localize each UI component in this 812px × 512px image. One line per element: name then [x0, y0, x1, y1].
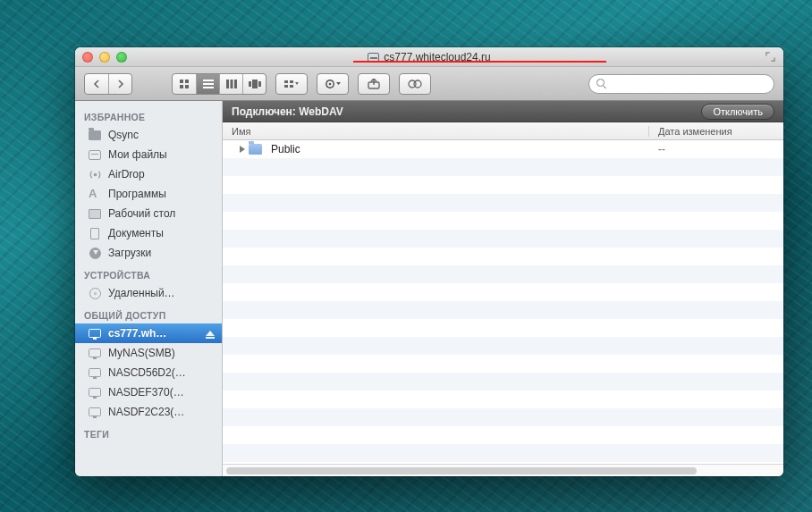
sidebar-item-label: Рабочий стол: [108, 207, 175, 220]
search-icon: [596, 79, 605, 88]
svg-rect-12: [258, 81, 261, 87]
tags-menu[interactable]: [399, 73, 431, 95]
view-icons[interactable]: [173, 74, 196, 94]
svg-point-22: [93, 172, 97, 176]
svg-rect-16: [290, 85, 293, 88]
sidebar-item-label: MyNAS(SMB): [108, 347, 175, 359]
sidebar-item-label: Загрузки: [108, 247, 151, 259]
sidebar-item[interactable]: Удаленный…: [75, 283, 222, 303]
svg-rect-11: [252, 80, 258, 88]
annotation-underline: [353, 61, 606, 63]
sidebar-item[interactable]: NASDEF370(…: [75, 382, 222, 402]
sidebar-item[interactable]: Рабочий стол: [75, 204, 222, 223]
file-name: Public: [267, 143, 649, 155]
sidebar-item-label: NASDF2C23(…: [108, 406, 184, 418]
file-list[interactable]: Public--: [223, 140, 783, 464]
window-body: ИЗБРАННОЕQsyncМои файлыAirDropAПрограммы…: [75, 101, 783, 476]
action-menu[interactable]: [317, 73, 349, 95]
content-area: Подключен: WebDAV Отключить Имя Дата изм…: [223, 101, 783, 476]
svg-rect-8: [230, 80, 233, 88]
sidebar-item[interactable]: AПрограммы: [75, 184, 222, 204]
view-list[interactable]: [196, 74, 219, 94]
monitor-icon: [88, 406, 102, 418]
svg-rect-0: [180, 80, 183, 83]
sidebar-item-label: Удаленный…: [108, 287, 175, 299]
minimize-button[interactable]: [99, 52, 110, 63]
traffic-lights: [82, 52, 127, 63]
sidebar-group-header: ТЕГИ: [75, 422, 222, 442]
sidebar-item[interactable]: NASDF2C23(…: [75, 402, 222, 422]
downloads-icon: [88, 247, 102, 259]
share-menu[interactable]: [358, 73, 390, 95]
nav-buttons: [84, 73, 132, 95]
column-headers: Имя Дата изменения: [223, 122, 783, 140]
zoom-button[interactable]: [116, 52, 127, 63]
sidebar-item[interactable]: Мои файлы: [75, 145, 222, 164]
folder-icon: [249, 144, 262, 155]
monitor-icon: [88, 366, 102, 379]
back-button[interactable]: [85, 74, 108, 94]
sidebar: ИЗБРАННОЕQsyncМои файлыAirDropAПрограммы…: [75, 101, 223, 476]
svg-rect-4: [203, 80, 214, 81]
sidebar-item[interactable]: Загрузки: [75, 243, 222, 263]
arrange-menu[interactable]: [275, 73, 308, 95]
arrange-button[interactable]: [276, 74, 307, 94]
sidebar-item[interactable]: NASCD56D2(…: [75, 363, 222, 382]
svg-rect-10: [249, 81, 251, 87]
sidebar-item-label: cs777.wh…: [108, 327, 166, 340]
share-button[interactable]: [359, 74, 389, 94]
view-columns[interactable]: [219, 74, 242, 94]
sidebar-item-label: Программы: [108, 188, 166, 200]
sidebar-group-header: УСТРОЙСТВА: [75, 263, 222, 283]
documents-icon: [88, 227, 102, 239]
fullscreen-button[interactable]: [764, 51, 776, 63]
close-button[interactable]: [82, 52, 93, 63]
svg-rect-6: [203, 87, 214, 88]
scrollbar-thumb[interactable]: [226, 467, 697, 474]
sidebar-item[interactable]: Документы: [75, 223, 222, 243]
eject-icon[interactable]: [206, 331, 215, 336]
desktop-icon: [88, 207, 102, 220]
file-row[interactable]: Public--: [223, 140, 783, 158]
view-coverflow[interactable]: [242, 74, 266, 94]
window-title-text: cs777.whitecloud24.ru: [384, 51, 490, 63]
svg-rect-2: [180, 85, 183, 88]
sidebar-group-header: ОБЩИЙ ДОСТУП: [75, 303, 222, 323]
airdrop-icon: [88, 168, 102, 180]
sidebar-item[interactable]: MyNAS(SMB): [75, 343, 222, 363]
svg-rect-14: [284, 85, 288, 88]
column-date[interactable]: Дата изменения: [649, 126, 783, 137]
sidebar-item-label: NASCD56D2(…: [108, 366, 186, 379]
action-button[interactable]: [317, 74, 348, 94]
window-title: cs777.whitecloud24.ru: [75, 51, 783, 63]
status-label: Подключен: WebDAV: [232, 105, 343, 118]
monitor-icon: [88, 327, 102, 340]
monitor-icon: [88, 386, 102, 399]
applications-icon: A: [88, 188, 102, 200]
tags-button[interactable]: [400, 74, 430, 94]
svg-rect-7: [226, 80, 229, 88]
sidebar-group-header: ИЗБРАННОЕ: [75, 105, 222, 125]
search-input[interactable]: [610, 78, 766, 90]
sidebar-item-label: Qsync: [108, 129, 139, 141]
svg-rect-13: [284, 80, 288, 83]
search-field[interactable]: [588, 74, 774, 94]
sidebar-item[interactable]: Qsync: [75, 125, 222, 145]
horizontal-scrollbar[interactable]: [223, 464, 783, 476]
finder-window: cs777.whitecloud24.ru: [75, 47, 783, 476]
toolbar: [75, 67, 783, 101]
monitor-icon: [88, 347, 102, 359]
svg-rect-3: [185, 85, 189, 88]
sidebar-item[interactable]: cs777.wh…: [75, 323, 222, 343]
view-switcher: [172, 73, 266, 95]
folder-icon: [88, 129, 102, 141]
server-icon: [368, 53, 379, 62]
disconnect-button[interactable]: Отключить: [701, 104, 774, 120]
sidebar-item[interactable]: AirDrop: [75, 164, 222, 184]
forward-button[interactable]: [108, 74, 131, 94]
titlebar: cs777.whitecloud24.ru: [75, 47, 783, 67]
drive-icon: [88, 148, 102, 161]
disclosure-triangle-icon[interactable]: [240, 146, 245, 153]
column-name[interactable]: Имя: [223, 126, 649, 137]
disc-icon: [88, 287, 102, 299]
